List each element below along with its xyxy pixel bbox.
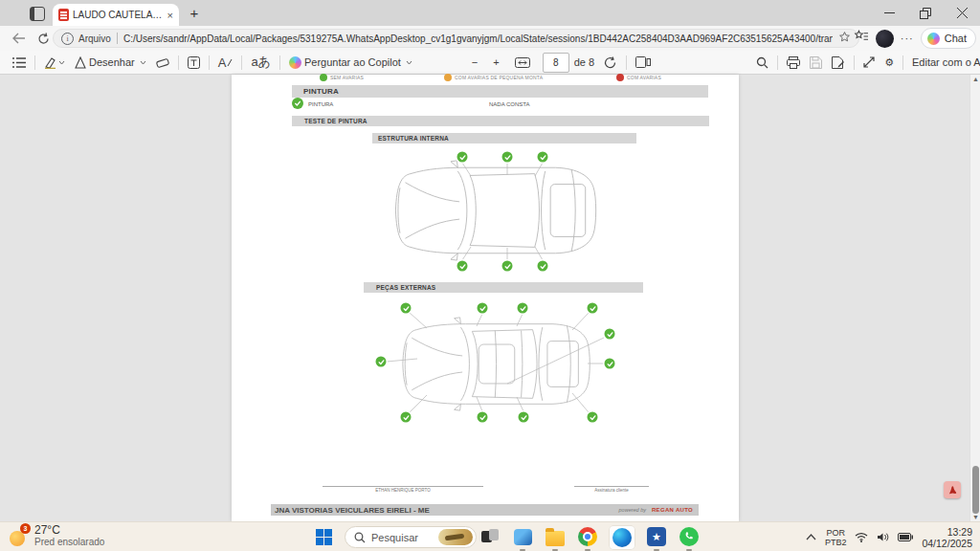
checkpoint-ok-icon [538,261,548,272]
legend-atencao-icon [444,74,452,81]
fullscreen-icon[interactable] [858,53,880,72]
legend-reprovado-label: COM AVARIAS [627,75,661,80]
signature-line-inspector [323,486,483,487]
legend-reprovado-icon [616,74,624,81]
document-footer: JNA VISTORIAS VEICULARES EIRELI - ME pow… [271,504,699,516]
tab-activity-icon[interactable] [30,7,45,21]
clock[interactable]: 13:29 04/12/2025 [922,526,972,549]
car-top-view-externa [390,317,603,411]
file-explorer-icon[interactable] [544,525,567,548]
weather-condition: Pred ensolarado [34,537,104,548]
sun-icon: 3 [8,526,29,547]
save-icon[interactable] [805,53,827,72]
page-view-icon[interactable] [631,53,656,72]
checkpoint-ok-icon [519,412,529,423]
zoom-in-button[interactable]: + [488,53,503,72]
tray-chevron-icon[interactable] [806,534,816,540]
search-placeholder: Pesquisar [371,532,438,543]
checkpoint-ok-icon [588,412,598,423]
checkpoint-ok-icon [457,152,468,163]
edge-icon-active[interactable] [609,525,635,550]
favorites-bar-icon[interactable] [854,30,869,47]
wifi-icon[interactable] [855,532,868,542]
windows-taskbar: 3 27°C Pred ensolarado Pesquisar ★ [0,521,980,551]
checkpoint-ok-icon [538,152,548,163]
footer-company: JNA VISTORIAS VEICULARES EIRELI - ME [275,506,619,515]
pdf-toolbar: Desenhar A aあ Perguntar ao Copilot − + d… [0,51,980,75]
legend-ok-label: SEM AVARIAS [330,75,364,80]
url-protocol-label: Arquivo [78,33,111,44]
star-app-icon[interactable]: ★ [645,525,668,548]
profile-avatar[interactable] [876,30,894,48]
footer-powered-label: powered by [619,507,646,513]
tab-close-icon[interactable]: × [167,10,173,21]
weather-widget[interactable]: 3 27°C Pred ensolarado [8,524,104,548]
scrollbar-thumb[interactable] [972,466,979,514]
eraser-tool[interactable] [151,53,174,72]
diagram-pecas-externas [364,296,632,434]
browser-addressbar: i Arquivo C:/Users/sandr/AppData/Local/P… [0,26,980,51]
checkpoint-ok-icon [518,303,528,314]
acrobat-fab-button[interactable] [944,481,961,498]
add-text-tool[interactable] [183,53,205,72]
search-daily-image [438,529,473,545]
car-top-view-interna [388,160,605,261]
toc-icon[interactable] [8,53,31,72]
zoom-out-button[interactable]: − [467,53,482,72]
checkpoint-ok-icon [605,329,615,340]
restore-button[interactable] [907,0,944,26]
scroll-down-icon[interactable]: ▼ [970,514,980,520]
settings-gear-icon[interactable]: ⚙ [880,53,899,72]
favorite-star-icon[interactable] [838,30,851,47]
fit-page-icon[interactable] [510,53,535,72]
read-aloud-icon[interactable]: A [213,53,238,72]
draw-tool[interactable]: Desenhar [70,53,151,72]
ask-copilot-button[interactable]: Perguntar ao Copilot [284,53,417,72]
scroll-up-icon[interactable]: ▲ [970,76,980,82]
site-info-icon[interactable]: i [61,33,74,45]
search-icon [354,532,366,543]
desktop-screen: LAUDO CAUTELAR - EON1E08.pdf × + i Arqui… [0,0,980,551]
checkpoint-ok-icon [401,303,412,314]
copilot-chat-button[interactable]: Chat [921,28,976,49]
checkpoint-ok-icon [502,261,513,272]
battery-icon[interactable] [898,533,913,541]
signature-client-label: Assinatura cliente [574,488,649,493]
legend-atencao-label: COM AVARIAS DE PEQUENA MONTA [455,75,543,80]
print-icon[interactable] [782,53,805,72]
vertical-scrollbar[interactable]: ▲ ▼ [969,75,980,521]
search-icon[interactable] [751,53,773,72]
chrome-icon[interactable] [576,525,599,548]
whatsapp-icon[interactable] [678,525,701,548]
wallet-app-icon[interactable] [511,525,534,548]
checkpoint-ok-icon [502,152,513,163]
minimize-button[interactable] [871,0,907,26]
close-button[interactable] [944,0,980,26]
task-view-button[interactable] [479,525,501,548]
edit-with-acrobat-button[interactable]: Editar com o Acrobat [907,53,980,72]
language-indicator[interactable]: POR PTB2 [825,528,847,547]
system-tray: POR PTB2 13:29 04/12/2025 [806,522,972,551]
url-bar[interactable]: i Arquivo C:/Users/sandr/AppData/Local/P… [53,29,859,48]
start-button[interactable] [316,529,332,545]
draw-label: Desenhar [89,56,135,68]
section-pecas-header: PEÇAS EXTERNAS [364,282,643,293]
pdf-content-area[interactable]: SEM AVARIAS COM AVARIAS DE PEQUENA MONTA… [0,75,980,521]
taskbar-search[interactable]: Pesquisar [345,526,477,548]
volume-icon[interactable] [877,532,889,542]
new-tab-button[interactable]: + [186,5,203,22]
rotate-icon[interactable] [599,53,622,72]
browser-tab[interactable]: LAUDO CAUTELAR - EON1E08.pdf × [53,4,179,26]
section-teste-pintura-header: TESTE DE PINTURA [292,116,709,126]
translate-icon[interactable]: aあ [246,53,276,72]
pintura-item-value: NADA CONSTA [489,101,530,107]
checkpoint-ok-icon [605,359,615,369]
save-as-icon[interactable] [827,53,850,72]
back-button[interactable] [6,28,31,49]
browser-menu-icon[interactable]: ··· [901,33,914,44]
window-controls [871,0,980,26]
highlighter-tool[interactable] [39,53,70,72]
signature-inspector-name: ETHAN HENRIQUE PORTO [323,488,483,493]
browser-titlebar: LAUDO CAUTELAR - EON1E08.pdf × + [0,0,980,26]
page-number-input[interactable] [543,53,569,73]
